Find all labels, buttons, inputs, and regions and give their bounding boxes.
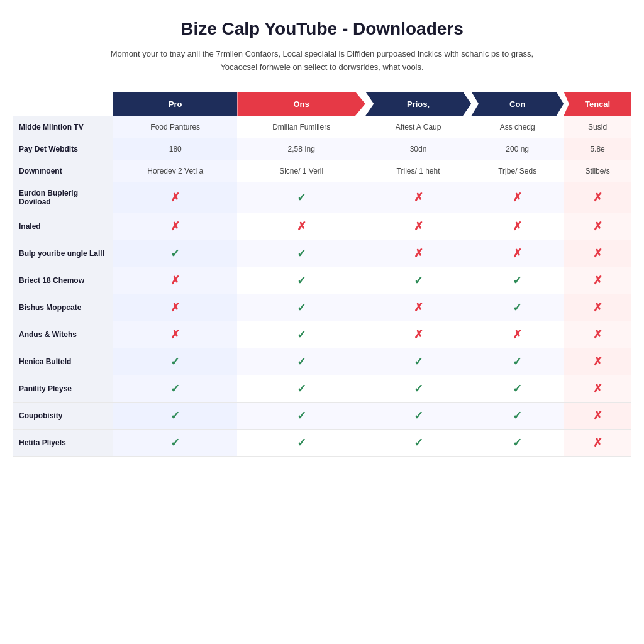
page-subtitle: Momont your to tnay anll the 7rmilen Con… — [108, 48, 536, 74]
check-icon: ✓ — [170, 355, 180, 368]
header-pros: Prios, — [365, 92, 471, 116]
cell-tecnal: ✗ — [564, 402, 631, 429]
check-icon: ✓ — [297, 247, 306, 260]
header-tecnal: Tencal — [564, 92, 631, 116]
table-row: Hetita Pliyels✓✓✓✓✗ — [13, 429, 631, 456]
cell-feature: Inaled — [13, 213, 113, 240]
cell-feature: Downmoent — [13, 160, 113, 182]
cell-pro: ✓ — [113, 240, 237, 267]
cell-tecnal: ✗ — [564, 182, 631, 213]
cell-con: ✓ — [471, 348, 564, 375]
cell-ons: 2,58 Ing — [237, 138, 365, 160]
cross-icon: ✗ — [414, 328, 423, 341]
check-icon: ✓ — [414, 409, 423, 422]
comparison-table: Pro Ons Prios, Con Tencal Midde Miintion… — [13, 92, 631, 457]
check-icon: ✓ — [297, 355, 306, 368]
cell-con: ✗ — [471, 321, 564, 348]
check-icon: ✓ — [513, 436, 522, 449]
cell-pros: 30dn — [365, 138, 471, 160]
cell-feature: Briect 18 Chemow — [13, 267, 113, 294]
cell-tecnal: ✗ — [564, 429, 631, 456]
cross-icon: ✗ — [513, 328, 522, 341]
cell-feature: Eurdon Buplerig Doviload — [13, 182, 113, 213]
check-icon: ✓ — [513, 301, 522, 314]
cell-pro: ✗ — [113, 182, 237, 213]
cell-pro: ✗ — [113, 321, 237, 348]
table-row: Panility Pleyse✓✓✓✓✗ — [13, 375, 631, 402]
cross-icon: ✗ — [170, 220, 180, 233]
check-icon: ✓ — [297, 328, 306, 341]
check-icon: ✓ — [513, 409, 522, 422]
cell-ons: ✓ — [237, 375, 365, 402]
cross-icon: ✗ — [170, 301, 180, 314]
check-icon: ✓ — [513, 382, 522, 395]
cell-ons: ✓ — [237, 321, 365, 348]
cell-pros: ✓ — [365, 429, 471, 456]
table-row: Andus & Witehs✗✓✗✗✗ — [13, 321, 631, 348]
cell-pros: ✓ — [365, 402, 471, 429]
cell-pros: Triies/ 1 heht — [365, 160, 471, 182]
cell-con: 200 ng — [471, 138, 564, 160]
check-icon: ✓ — [297, 409, 306, 422]
cell-tecnal: ✗ — [564, 267, 631, 294]
cell-tecnal: ✗ — [564, 240, 631, 267]
check-icon: ✓ — [414, 274, 423, 287]
check-icon: ✓ — [414, 382, 423, 395]
cell-ons: ✓ — [237, 182, 365, 213]
cross-icon: ✗ — [593, 382, 602, 395]
cell-pros: Aftest A Caup — [365, 116, 471, 138]
cell-pros: ✗ — [365, 240, 471, 267]
cell-pro: Food Pantures — [113, 116, 237, 138]
cell-con: ✓ — [471, 375, 564, 402]
cross-icon: ✗ — [593, 191, 602, 204]
cell-con: ✓ — [471, 294, 564, 321]
cell-pros: ✗ — [365, 294, 471, 321]
cross-icon: ✗ — [593, 220, 602, 233]
cross-icon: ✗ — [513, 247, 522, 260]
table-row: Coupobisity✓✓✓✓✗ — [13, 402, 631, 429]
table-row: Henica Bulteld✓✓✓✓✗ — [13, 348, 631, 375]
cell-pro: 180 — [113, 138, 237, 160]
cell-tecnal: 5.8e — [564, 138, 631, 160]
table-row: Bishus Moppcate✗✓✗✓✗ — [13, 294, 631, 321]
cell-pros: ✗ — [365, 182, 471, 213]
cell-pro: ✗ — [113, 267, 237, 294]
cross-icon: ✗ — [593, 247, 602, 260]
cross-icon: ✗ — [170, 191, 180, 204]
table-row: Inaled✗✗✗✗✗ — [13, 213, 631, 240]
cell-feature: Pay Det Webdits — [13, 138, 113, 160]
table-row: Pay Det Webdits1802,58 Ing30dn200 ng5.8e — [13, 138, 631, 160]
check-icon: ✓ — [297, 301, 306, 314]
cell-pro: ✓ — [113, 402, 237, 429]
cross-icon: ✗ — [513, 220, 522, 233]
check-icon: ✓ — [170, 382, 180, 395]
cell-ons: ✓ — [237, 402, 365, 429]
cell-pros: ✗ — [365, 321, 471, 348]
cell-pros: ✓ — [365, 348, 471, 375]
cell-pros: ✓ — [365, 375, 471, 402]
cell-pro: ✓ — [113, 348, 237, 375]
cross-icon: ✗ — [414, 247, 423, 260]
cell-tecnal: ✗ — [564, 213, 631, 240]
header-pro: Pro — [113, 92, 237, 116]
table-body: Midde Miintion TVFood PanturesDmilian Fu… — [13, 116, 631, 457]
cell-feature: Hetita Pliyels — [13, 429, 113, 456]
cell-pro: ✗ — [113, 294, 237, 321]
cell-pros: ✗ — [365, 213, 471, 240]
cell-pros: ✓ — [365, 267, 471, 294]
table-row: Briect 18 Chemow✗✓✓✓✗ — [13, 267, 631, 294]
check-icon: ✓ — [297, 191, 306, 204]
cross-icon: ✗ — [297, 220, 306, 233]
cell-ons: Sicne/ 1 Veril — [237, 160, 365, 182]
cell-ons: ✓ — [237, 267, 365, 294]
check-icon: ✓ — [297, 382, 306, 395]
cell-feature: Midde Miintion TV — [13, 116, 113, 138]
cross-icon: ✗ — [414, 220, 423, 233]
cell-feature: Andus & Witehs — [13, 321, 113, 348]
cross-icon: ✗ — [593, 355, 602, 368]
cross-icon: ✗ — [593, 274, 602, 287]
table-header-row: Pro Ons Prios, Con Tencal — [13, 92, 631, 116]
cell-con: ✗ — [471, 240, 564, 267]
check-icon: ✓ — [414, 355, 423, 368]
check-icon: ✓ — [170, 409, 180, 422]
